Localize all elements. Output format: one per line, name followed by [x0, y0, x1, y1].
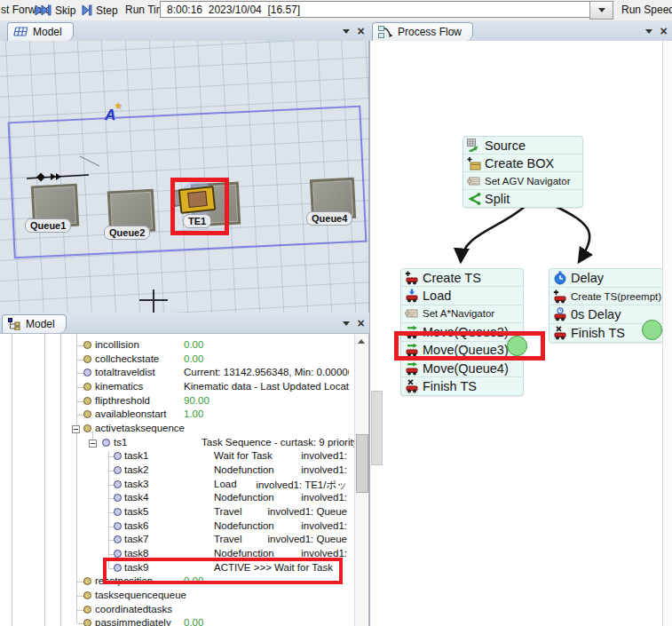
tree-scrollbar[interactable]	[354, 334, 368, 626]
tree-row[interactable]: task3Loadinvolved1: TE1/ポッ	[0, 478, 354, 492]
flow-activity-create-ts[interactable]: Create TS	[401, 269, 523, 286]
skip-button[interactable]: Skip	[35, 0, 75, 20]
tree-node-label: task3	[124, 479, 149, 489]
tab-model-3d[interactable]: Model	[7, 22, 74, 41]
flow-activity-load[interactable]: Load	[401, 286, 523, 304]
tree-row[interactable]: task7Travelinvolved1: Queue	[0, 533, 354, 547]
task-involved: involved1:	[301, 492, 347, 503]
tree-node-value: 0.00	[184, 353, 203, 364]
split-icon	[467, 192, 481, 206]
panel-close-button[interactable]: ×	[354, 25, 368, 37]
panel-menu-button[interactable]	[642, 25, 655, 37]
flow-activity-label: Split	[485, 192, 510, 206]
task-kind: Nodefunction	[214, 520, 274, 531]
queue2-label: Queue2	[104, 226, 150, 240]
chevron-down-icon	[343, 321, 350, 326]
step-button[interactable]: Step	[82, 0, 118, 20]
tree-node-label: coordinatedtasks	[95, 604, 172, 614]
flow-activity-label: Set A*Navigator	[423, 308, 494, 319]
task-involved: involved1:	[301, 464, 347, 475]
node-icon	[83, 606, 91, 614]
zero-delay-icon	[553, 307, 567, 321]
task-involved: involved1:	[301, 450, 347, 461]
tree-row[interactable]: coordinatedtasks	[0, 603, 354, 617]
finish-ts-icon	[405, 379, 419, 393]
tree-tab-icon	[8, 318, 21, 330]
chevron-down-icon	[343, 29, 350, 34]
skip-label: Skip	[55, 4, 75, 17]
flow-activity-label: Create TS	[423, 271, 481, 285]
move-queue3-highlight-box	[394, 331, 545, 361]
tab-process-flow[interactable]: Process Flow	[372, 22, 473, 41]
flow-activity-set-agv-navigator[interactable]: Set AGV Navigator	[463, 171, 582, 189]
process-flow-tabstrip: Process Flow ×	[369, 20, 672, 42]
node-icon	[83, 410, 91, 418]
flow-vertical-scrollbar-thumb[interactable]	[371, 391, 383, 465]
tree-row[interactable]: task6Nodefunctioninvolved1:	[0, 519, 354, 534]
flow-activity-label: Load	[423, 289, 451, 303]
flow-activity-create-box[interactable]: Create BOX	[463, 154, 582, 171]
tree-row[interactable]: task5Travelinvolved1: Queue	[0, 505, 354, 519]
flow-activity-finish-ts[interactable]: Finish TS	[401, 376, 523, 394]
node-icon	[83, 383, 91, 391]
process-flow-canvas[interactable]: Source Create BOX Set AGV Navigator	[369, 41, 672, 626]
tree-row[interactable]: totaltraveldistCurrent: 13142.956348, Mi…	[0, 366, 354, 380]
tree-row[interactable]: ts1Task Sequence - curtask: 9 priority	[0, 436, 354, 450]
step-icon	[82, 4, 92, 16]
tree-node-label: tasksequencequeue	[95, 590, 186, 600]
tree-row[interactable]: task1Wait for Taskinvolved1:	[0, 449, 354, 464]
queue1-label: Queue1	[25, 218, 71, 233]
tree-tabstrip: Model ×	[0, 313, 369, 334]
flow-token-finish-ts[interactable]	[642, 320, 662, 340]
tab-model-tree[interactable]: Model	[2, 314, 67, 333]
process-flow-tab-icon	[378, 26, 393, 38]
scroll-up-button[interactable]	[356, 336, 367, 347]
tree-row[interactable]: activetasksequence	[0, 422, 354, 436]
astar-navigator-object[interactable]: A ★	[105, 107, 115, 124]
node-icon	[114, 452, 122, 460]
task-kind: Travel	[214, 534, 242, 544]
tree-node-label: task6	[124, 520, 149, 531]
tree-row[interactable]: task2Nodefunctioninvolved1:	[0, 464, 354, 478]
tree-node-label: kinematics	[95, 381, 143, 392]
run-time-dropdown-button[interactable]	[589, 1, 613, 20]
tree-row[interactable]: task4Nodefunctioninvolved1:	[0, 491, 354, 505]
tab-label: Model	[26, 318, 55, 330]
node-icon	[83, 577, 91, 585]
collapse-expander[interactable]	[72, 425, 80, 433]
flow-activity-delay[interactable]: Delay	[549, 269, 663, 287]
tree-node-value: Kinematic data - Last Updated Locatio	[184, 381, 349, 392]
flow-activity-label: Create BOX	[485, 156, 554, 170]
collapse-expander[interactable]	[89, 440, 97, 448]
panel-close-button[interactable]: ×	[657, 25, 670, 37]
flow-activity-set-astar-navigator[interactable]: Set A*Navigator	[401, 305, 523, 322]
flow-activity-split[interactable]: Split	[463, 189, 582, 207]
node-icon	[83, 355, 91, 363]
panel-menu-button[interactable]	[339, 317, 352, 329]
tree-row[interactable]: flipthreshold90.00	[0, 394, 354, 408]
node-icon	[114, 466, 122, 474]
tree-row[interactable]: kinematicsKinematic data - Last Updated …	[0, 380, 354, 394]
tree-row[interactable]: incollision0.00	[0, 338, 354, 353]
step-label: Step	[96, 4, 118, 17]
tree-node-label: ts1	[114, 437, 127, 448]
panel-close-button[interactable]: ×	[354, 317, 368, 329]
task9-highlight-box	[103, 558, 343, 584]
tree-row[interactable]: passimmediately0.00	[0, 616, 354, 626]
scrollbar-thumb[interactable]	[356, 434, 368, 493]
run-time-input[interactable]	[160, 1, 592, 18]
tree-row[interactable]: collcheckstate0.00	[0, 353, 354, 367]
flow-activity-source[interactable]: Source	[463, 137, 582, 154]
flow-activity-move-queue4[interactable]: Move(Queue4)	[401, 359, 523, 376]
flow-right-scroll-track[interactable]	[662, 41, 672, 626]
create-ts-icon	[405, 271, 419, 285]
node-icon	[114, 550, 122, 558]
tree-row[interactable]: availableonstart1.00	[0, 408, 354, 422]
model-3d-view[interactable]: A ★ Queue1 Queue2 TE1	[0, 41, 369, 313]
panel-menu-button[interactable]	[339, 25, 352, 37]
chevron-down-icon	[645, 29, 652, 34]
tree-node-label: totaltraveldist	[95, 367, 155, 377]
flow-activity-create-ts-preempt[interactable]: Create TS(preempt)	[549, 287, 663, 305]
tree-row[interactable]: tasksequencequeue	[0, 589, 354, 603]
delay-icon	[553, 271, 567, 285]
